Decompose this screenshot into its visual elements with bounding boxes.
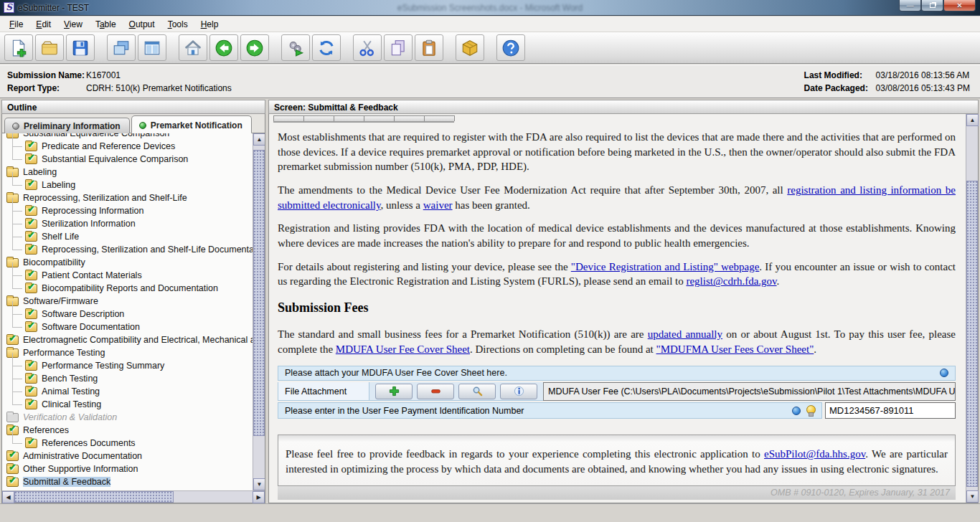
toolbar-cut-button[interactable] bbox=[353, 34, 382, 61]
link[interactable]: "MDUFMA User Fees Cover Sheet" bbox=[656, 343, 814, 355]
scroll-up-icon[interactable]: ▲ bbox=[253, 133, 265, 146]
tree-item[interactable]: Predicate and Reference Devices bbox=[2, 140, 253, 153]
scroll-down-icon[interactable]: ▼ bbox=[253, 478, 265, 490]
tree-item[interactable]: Animal Testing bbox=[2, 385, 253, 398]
tree-horizontal-scrollbar[interactable]: ◀ ▶ bbox=[2, 490, 265, 503]
scroll-down-icon[interactable]: ▼ bbox=[966, 490, 979, 503]
last-modified-label: Last Modified: bbox=[804, 69, 876, 82]
tab-premarket-notification[interactable]: Premarket Notification bbox=[131, 115, 252, 133]
view-attachment-button[interactable] bbox=[458, 384, 496, 399]
tree-vertical-scrollbar[interactable]: ▲ ▼ bbox=[253, 133, 265, 490]
link[interactable]: updated annually bbox=[648, 328, 722, 340]
clipped-tab[interactable] bbox=[364, 115, 395, 121]
tree-item[interactable]: References bbox=[2, 424, 253, 437]
tree-item[interactable]: Software Documentation bbox=[2, 321, 253, 333]
tab-preliminary-information[interactable]: Preliminary Information bbox=[4, 118, 130, 133]
main-area: Outline Preliminary InformationPremarket… bbox=[0, 100, 980, 503]
attachment-info-button[interactable] bbox=[500, 384, 537, 399]
tree-item[interactable]: Shelf Life bbox=[2, 230, 253, 243]
toolbar-open-folder-button[interactable] bbox=[35, 34, 64, 61]
gray-led-icon bbox=[12, 123, 19, 130]
scroll-up-icon[interactable]: ▲ bbox=[966, 114, 979, 126]
tree-item[interactable]: Bench Testing bbox=[2, 372, 253, 385]
scroll-right-icon[interactable]: ▶ bbox=[253, 491, 265, 503]
tree-item[interactable]: Reprocessing Information bbox=[2, 204, 253, 217]
link[interactable]: waiver bbox=[423, 199, 453, 211]
tree-item[interactable]: Clinical Testing bbox=[2, 398, 253, 411]
screen-vscroll-thumb[interactable] bbox=[966, 181, 978, 487]
tree-item-label: Electromagnetic Compatibility and Electr… bbox=[23, 335, 253, 345]
tree-item[interactable]: References Documents bbox=[2, 437, 253, 450]
menu-help[interactable]: Help bbox=[194, 17, 225, 32]
paste-icon bbox=[420, 39, 438, 57]
screen-vertical-scrollbar[interactable]: ▲ ▼ bbox=[966, 114, 978, 503]
clipped-tab[interactable] bbox=[424, 115, 455, 121]
file-attachment-row: File Attachment bbox=[278, 382, 956, 401]
menu-table[interactable]: Table bbox=[89, 17, 123, 32]
toolbar-run-gears-button[interactable] bbox=[281, 34, 310, 61]
menu-view[interactable]: View bbox=[57, 17, 89, 32]
clipped-tab[interactable] bbox=[273, 115, 304, 121]
scroll-left-icon[interactable]: ◀ bbox=[2, 491, 14, 503]
link[interactable]: reglist@cdrh.fda.gov bbox=[686, 275, 776, 287]
payment-id-input[interactable] bbox=[825, 402, 956, 419]
tree-item[interactable]: Performance Testing bbox=[2, 346, 253, 359]
help-bulb-icon[interactable] bbox=[806, 405, 815, 417]
tree-item[interactable]: Substantial Equivalence Comparison bbox=[2, 133, 253, 140]
tree-item[interactable]: Biocompatibility bbox=[2, 256, 253, 269]
tree-item[interactable]: Submittal & Feedback bbox=[2, 475, 253, 488]
toolbar-help-button[interactable] bbox=[496, 34, 525, 61]
toolbar-package-button[interactable] bbox=[456, 34, 484, 61]
link[interactable]: eSubPilot@fda.hhs.gov bbox=[764, 448, 865, 460]
screen-vscroll-track[interactable] bbox=[966, 126, 978, 490]
menu-tools[interactable]: Tools bbox=[161, 17, 194, 32]
tree-item[interactable]: Labeling bbox=[2, 166, 253, 179]
text-segment: , unless a bbox=[381, 199, 423, 211]
tree-item[interactable]: Other Supportive Information bbox=[2, 462, 253, 475]
tree-item[interactable]: Electromagnetic Compatibility and Electr… bbox=[2, 333, 253, 346]
menu-edit[interactable]: Edit bbox=[29, 17, 57, 32]
tree-hscroll-thumb[interactable] bbox=[14, 491, 174, 503]
tree-item-label: Reprocessing Information bbox=[42, 206, 143, 216]
tree-item[interactable]: Patient Contact Materials bbox=[2, 269, 253, 282]
tree-item[interactable]: Verification & Validation bbox=[2, 411, 253, 424]
toolbar-back-button[interactable] bbox=[209, 34, 238, 61]
tree-item[interactable]: Reprocessing, Sterilization and Shelf-Li… bbox=[2, 243, 253, 256]
tree-item[interactable]: Biocompatibility Reports and Documentati… bbox=[2, 282, 253, 295]
tree-item[interactable]: Performance Testing Summary bbox=[2, 359, 253, 372]
tree-item[interactable]: Substantial Equivalence Comparison bbox=[2, 153, 253, 166]
toolbar-forward-button[interactable] bbox=[240, 34, 269, 61]
tree-item[interactable]: Sterilization Information bbox=[2, 217, 253, 230]
tree-vscroll-thumb[interactable] bbox=[253, 150, 265, 436]
link[interactable]: MDUFA User Fee Cover Sheet bbox=[336, 343, 470, 355]
menu-output[interactable]: Output bbox=[123, 17, 161, 32]
link[interactable]: "Device Registration and Listing" webpag… bbox=[571, 261, 760, 272]
attachment-path-field[interactable]: MDUFA User Fee (C:\Users\PLA\Documents\P… bbox=[543, 382, 956, 401]
remove-attachment-button[interactable] bbox=[417, 384, 454, 399]
restore-button[interactable] bbox=[921, 0, 943, 11]
tree-hscroll-track[interactable] bbox=[14, 491, 253, 503]
toolbar-save-button[interactable] bbox=[66, 34, 95, 61]
clipped-tab[interactable] bbox=[303, 115, 334, 121]
tree-item[interactable]: Reprocessing, Sterilization and Shelf-Li… bbox=[2, 191, 253, 204]
tree-item[interactable]: Administrative Documentation bbox=[2, 450, 253, 462]
checked-folder-icon bbox=[25, 142, 37, 151]
clipped-tab[interactable] bbox=[394, 115, 425, 121]
tree-vscroll-track[interactable] bbox=[253, 146, 265, 478]
tree-item[interactable]: Software/Firmware bbox=[2, 295, 253, 308]
add-attachment-button[interactable] bbox=[375, 384, 413, 399]
toolbar-new-file-button[interactable] bbox=[4, 34, 33, 61]
tree-item[interactable]: Software Description bbox=[2, 308, 253, 321]
toolbar-split-view-button[interactable] bbox=[138, 34, 166, 61]
tree-item[interactable]: Labeling bbox=[2, 179, 253, 191]
menu-file[interactable]: File bbox=[3, 17, 29, 32]
toolbar-copy-button[interactable] bbox=[384, 34, 413, 61]
toolbar-paste-button[interactable] bbox=[415, 34, 443, 61]
toolbar-home-button[interactable] bbox=[179, 34, 207, 61]
toolbar-refresh-button[interactable] bbox=[312, 34, 341, 61]
clipped-tab[interactable] bbox=[334, 115, 364, 121]
minimize-button[interactable]: — bbox=[899, 0, 921, 11]
close-button[interactable]: ✕ bbox=[943, 0, 976, 11]
toolbar-cascade-windows-button[interactable] bbox=[107, 34, 136, 61]
toolbar-group bbox=[353, 34, 446, 61]
